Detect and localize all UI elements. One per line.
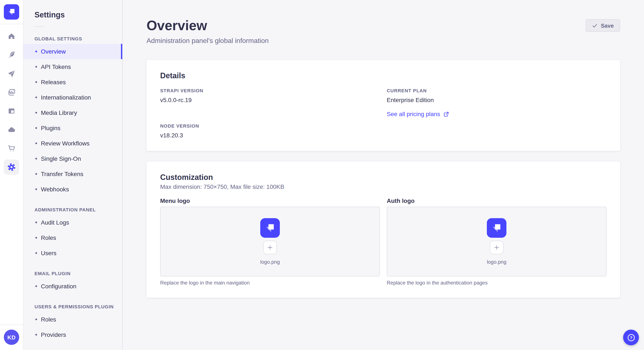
strapi-logo-icon — [264, 222, 276, 234]
customization-card: Customization Max dimension: 750×750, Ma… — [146, 162, 620, 298]
auth-logo-field: Auth logo — [387, 197, 606, 286]
sidebar-item-overview[interactable]: Overview — [24, 44, 122, 59]
main-content: Overview Administration panel's global i… — [123, 0, 644, 350]
sidebar-item-single-sign-on[interactable]: Single Sign-On — [24, 151, 122, 166]
section-header-users-permissions-plugin: USERS & PERMISSIONS PLUGIN — [34, 303, 122, 310]
auth-logo-add-button[interactable] — [490, 241, 504, 254]
strapi-logo[interactable] — [4, 4, 19, 19]
sidebar-item-admin-users[interactable]: Users — [24, 245, 122, 261]
current-plan-value: Enterprise Edition — [387, 96, 606, 104]
sidebar-item-label: Roles — [41, 234, 56, 241]
sidebar-item-label: Releases — [41, 79, 66, 85]
bullet-icon — [35, 285, 37, 287]
cloud-icon[interactable] — [4, 122, 19, 137]
cart-icon[interactable] — [4, 141, 19, 156]
sidebar-item-label: Audit Logs — [41, 219, 69, 226]
help-button[interactable]: ? — [623, 330, 639, 345]
sidebar-item-api-tokens[interactable]: API Tokens — [24, 59, 122, 74]
menu-logo-filename: logo.png — [260, 259, 280, 265]
layout-icon[interactable] — [4, 103, 19, 119]
customization-subtitle: Max dimension: 750×750, Max file size: 1… — [160, 183, 606, 190]
strapi-admin: KD Settings GLOBAL SETTINGS Overview API… — [0, 0, 644, 350]
logos-grid: Menu logo — [160, 197, 606, 286]
page-title: Overview — [146, 17, 269, 34]
pricing-plans-link-label: See all pricing plans — [387, 111, 440, 117]
sidebar-item-admin-roles[interactable]: Roles — [24, 230, 122, 245]
paper-plane-icon[interactable] — [4, 66, 19, 81]
sidebar-item-label: Media Library — [41, 109, 77, 116]
sidebar-item-media-library[interactable]: Media Library — [24, 105, 122, 120]
bullet-icon — [35, 51, 37, 52]
rail-divider — [0, 24, 23, 24]
bullet-icon — [35, 112, 37, 114]
bullet-icon — [35, 237, 37, 239]
auth-logo-dropzone[interactable]: logo.png — [387, 207, 606, 276]
auth-logo-preview — [487, 218, 506, 238]
svg-text:?: ? — [630, 335, 632, 340]
question-mark-icon: ? — [626, 333, 636, 342]
bullet-icon — [35, 81, 37, 83]
save-button[interactable]: Save — [586, 19, 620, 32]
bullet-icon — [35, 66, 37, 68]
sidebar-item-plugins[interactable]: Plugins — [24, 120, 122, 136]
gear-icon-active[interactable] — [4, 160, 19, 175]
bullet-icon — [35, 319, 37, 320]
strapi-logo-icon — [490, 222, 503, 234]
menu-logo-dropzone[interactable]: logo.png — [160, 207, 380, 276]
details-grid: STRAPI VERSION v5.0.0-rc.19 NODE VERSION… — [160, 88, 606, 139]
menu-logo-add-button[interactable] — [263, 241, 277, 254]
current-plan-field: CURRENT PLAN Enterprise Edition — [387, 88, 606, 104]
pricing-plans-link[interactable]: See all pricing plans — [387, 111, 449, 117]
user-avatar[interactable]: KD — [4, 330, 19, 345]
node-version-label: NODE VERSION — [160, 123, 380, 129]
strapi-version-field: STRAPI VERSION v5.0.0-rc.19 — [160, 88, 380, 104]
bullet-icon — [35, 158, 37, 160]
plus-icon — [493, 244, 500, 251]
auth-logo-hint: Replace the logo in the authentication p… — [387, 280, 606, 286]
sidebar-item-label: Plugins — [41, 125, 60, 131]
rail-icons — [4, 28, 19, 175]
subnav-title-divider — [34, 26, 45, 27]
sidebar-item-up-roles[interactable]: Roles — [24, 312, 122, 327]
strapi-version-value: v5.0.0-rc.19 — [160, 96, 380, 104]
sidebar-item-label: Configuration — [41, 283, 76, 290]
section-header-administration-panel: ADMINISTRATION PANEL — [34, 206, 122, 213]
sidebar-item-label: Overview — [41, 48, 66, 55]
details-left-column: STRAPI VERSION v5.0.0-rc.19 NODE VERSION… — [160, 88, 380, 139]
section-header-global-settings: GLOBAL SETTINGS — [34, 35, 122, 42]
page-header-text: Overview Administration panel's global i… — [146, 17, 269, 45]
feather-icon[interactable] — [4, 47, 19, 62]
bullet-icon — [35, 188, 37, 190]
sidebar-item-up-providers[interactable]: Providers — [24, 327, 122, 342]
bullet-icon — [35, 97, 37, 98]
sidebar-item-label: Single Sign-On — [41, 155, 81, 162]
menu-logo-label: Menu logo — [160, 197, 380, 204]
external-link-icon — [444, 111, 449, 117]
settings-subnav: Settings GLOBAL SETTINGS Overview API To… — [24, 0, 123, 350]
sidebar-item-internationalization[interactable]: Internationalization — [24, 90, 122, 105]
sidebar-item-label: API Tokens — [41, 63, 71, 70]
subnav-title: Settings — [34, 10, 122, 19]
bullet-icon — [35, 252, 37, 254]
bullet-icon — [35, 127, 37, 129]
sidebar-item-webhooks[interactable]: Webhooks — [24, 181, 122, 197]
images-icon[interactable] — [4, 85, 19, 100]
strapi-logo-icon — [6, 7, 16, 17]
rail-bottom: KD — [0, 325, 23, 350]
sidebar-item-review-workflows[interactable]: Review Workflows — [24, 136, 122, 151]
save-button-label: Save — [601, 22, 614, 29]
current-plan-label: CURRENT PLAN — [387, 88, 606, 94]
sidebar-item-label: Users — [41, 250, 56, 256]
sidebar-item-releases[interactable]: Releases — [24, 74, 122, 90]
home-icon[interactable] — [4, 28, 19, 44]
sidebar-item-transfer-tokens[interactable]: Transfer Tokens — [24, 166, 122, 181]
auth-logo-filename: logo.png — [487, 259, 506, 265]
sidebar-item-label: Transfer Tokens — [41, 171, 83, 177]
details-heading: Details — [160, 71, 606, 80]
sidebar-item-email-configuration[interactable]: Configuration — [24, 279, 122, 294]
customization-heading: Customization — [160, 173, 606, 182]
sidebar-item-audit-logs[interactable]: Audit Logs — [24, 215, 122, 230]
plus-icon — [267, 244, 274, 251]
menu-logo-hint: Replace the logo in the main navigation — [160, 280, 380, 286]
page-subtitle: Administration panel's global informatio… — [146, 37, 269, 45]
